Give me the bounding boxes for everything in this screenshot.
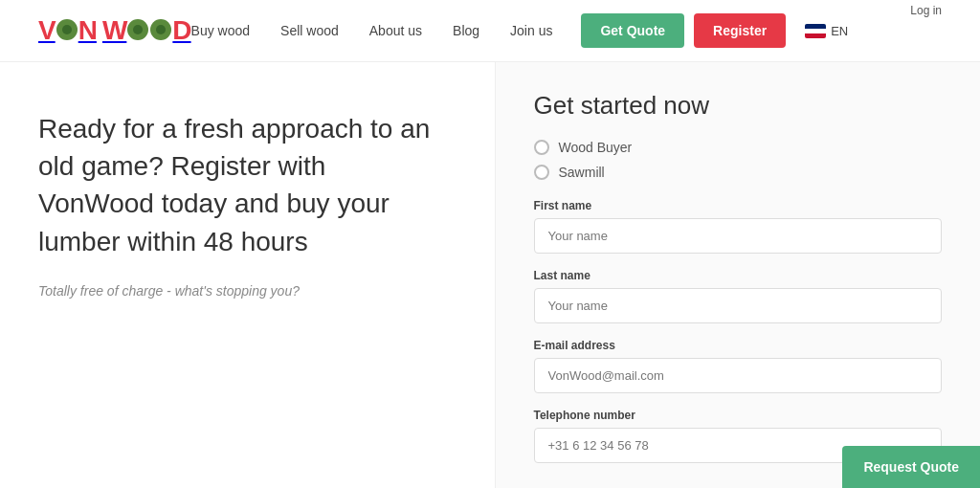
request-quote-button[interactable]: Request Quote (842, 446, 980, 488)
logo-circle-2 (127, 19, 148, 40)
left-panel: Ready for a fresh approach to an old gam… (0, 62, 495, 488)
flag-icon (805, 24, 826, 38)
logo-text-von: V (38, 15, 56, 45)
nav-sell-wood[interactable]: Sell wood (280, 23, 339, 38)
nav-buy-wood[interactable]: Buy wood (191, 23, 250, 38)
form-title: Get started now (534, 91, 943, 121)
last-name-group: Last name (534, 269, 943, 323)
radio-sawmill[interactable]: Sawmill (534, 165, 943, 180)
radio-label-sawmill: Sawmill (559, 165, 605, 180)
logo-text-d: D (172, 15, 190, 45)
logo-circle-1 (56, 19, 78, 40)
email-label: E-mail address (534, 339, 943, 352)
logo[interactable]: VN WD (38, 15, 191, 46)
first-name-group: First name (534, 199, 943, 254)
left-heading: Ready for a fresh approach to an old gam… (38, 110, 440, 260)
get-quote-button[interactable]: Get Quote (581, 13, 684, 48)
nav-actions: Get Quote Register EN (581, 13, 848, 48)
first-name-input[interactable] (534, 218, 943, 254)
email-input[interactable] (534, 358, 943, 393)
logo-text-w: W (102, 15, 126, 45)
nav-blog[interactable]: Blog (453, 23, 479, 38)
nav-about-us[interactable]: About us (369, 23, 422, 38)
register-button[interactable]: Register (694, 13, 786, 48)
nav-links: Buy wood Sell wood About us Blog Join us (191, 23, 553, 38)
language-selector[interactable]: EN (805, 24, 848, 38)
last-name-input[interactable] (534, 288, 943, 323)
radio-circle-wood-buyer (534, 140, 549, 155)
radio-circle-sawmill (534, 165, 549, 180)
radio-group: Wood Buyer Sawmill (534, 140, 943, 180)
radio-wood-buyer[interactable]: Wood Buyer (534, 140, 943, 155)
first-name-label: First name (534, 199, 943, 212)
nav-join-us[interactable]: Join us (510, 23, 552, 38)
last-name-label: Last name (534, 269, 943, 282)
logo-circle-3 (150, 19, 171, 40)
right-panel: Get started now Wood Buyer Sawmill First… (495, 62, 981, 488)
main-content: Ready for a fresh approach to an old gam… (0, 62, 980, 488)
email-group: E-mail address (534, 339, 943, 393)
left-subtext: Totally free of charge - what's stopping… (38, 283, 447, 299)
login-link[interactable]: Log in (910, 4, 942, 17)
logo-text-n: N (78, 15, 97, 45)
radio-label-wood-buyer: Wood Buyer (559, 140, 633, 155)
lang-label: EN (831, 24, 848, 38)
phone-label: Telephone number (534, 409, 943, 422)
